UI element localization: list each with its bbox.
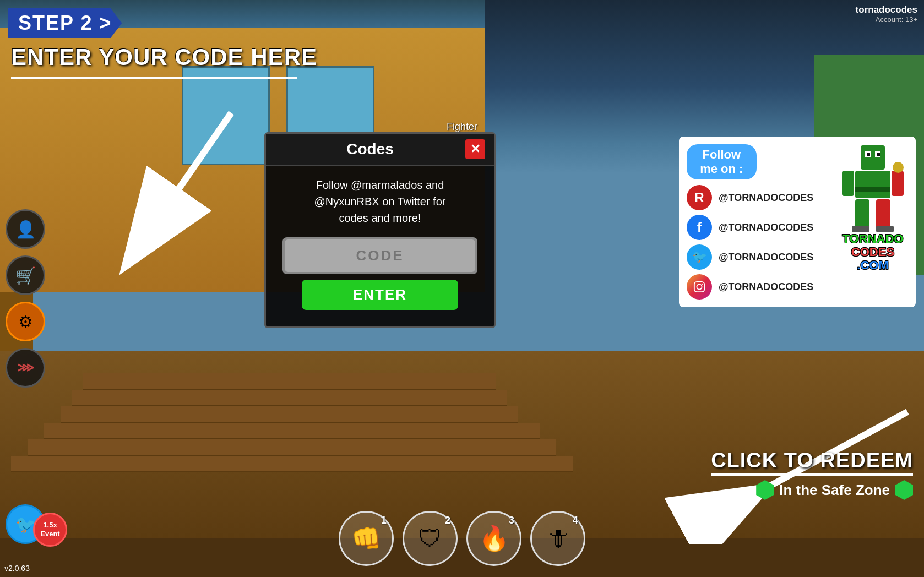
svg-point-3 bbox=[697, 284, 702, 289]
svg-rect-14 bbox=[855, 199, 869, 230]
twitter-icon: 🐦 bbox=[687, 244, 712, 270]
codes-dialog: Codes ✕ Follow @marmalados and@NyxunRBX … bbox=[264, 132, 496, 328]
slot-num-2: 2 bbox=[445, 515, 450, 526]
hotbar-slot-2[interactable]: 2 🛡 bbox=[403, 511, 458, 566]
slash-button[interactable]: ⋙ bbox=[6, 348, 45, 388]
svg-rect-5 bbox=[861, 145, 885, 170]
svg-rect-8 bbox=[867, 153, 870, 156]
shield-left-icon bbox=[756, 480, 774, 500]
tornado-logo-t3: .COM bbox=[843, 259, 904, 272]
twitter-icon: 🐦 bbox=[15, 515, 36, 534]
version-label: v2.0.63 bbox=[4, 564, 30, 573]
event-multiplier: 1.5x bbox=[43, 521, 57, 530]
roblox-icon: R bbox=[687, 185, 712, 210]
event-badge[interactable]: 1.5x Event bbox=[33, 513, 67, 547]
click-to-redeem-label: CLICK TO REDEEM bbox=[711, 449, 913, 472]
hotbar-slot-3[interactable]: 3 🔥 bbox=[466, 511, 521, 566]
svg-rect-9 bbox=[877, 153, 880, 156]
slot-icon-4: 🗡 bbox=[546, 525, 570, 552]
fighter-label: Fighter bbox=[447, 121, 477, 133]
step2-text: STEP 2 > bbox=[8, 8, 122, 38]
svg-rect-13 bbox=[892, 171, 904, 196]
slot-num-3: 3 bbox=[509, 515, 514, 526]
follow-row-twitter: 🐦 @TORNADOCODES bbox=[687, 244, 813, 270]
codes-title: Codes bbox=[275, 140, 465, 158]
slot-icon-2: 🛡 bbox=[418, 525, 442, 552]
slash-icon: ⋙ bbox=[17, 361, 34, 375]
cart-button[interactable]: 🛒 bbox=[6, 255, 45, 295]
window-left bbox=[182, 66, 270, 165]
tornado-logo-t1: TORNADO bbox=[843, 232, 904, 246]
enter-code-label: ENTER YOUR CODE HERE bbox=[11, 44, 317, 70]
enter-button[interactable]: ENTER bbox=[302, 280, 458, 310]
stair-6 bbox=[11, 456, 573, 472]
sidebar: 👤 🛒 ⚙ ⋙ bbox=[6, 209, 45, 388]
svg-rect-11 bbox=[855, 187, 890, 192]
codes-body: Follow @marmalados and@NyxunRBX on Twitt… bbox=[266, 166, 494, 315]
svg-rect-10 bbox=[855, 171, 890, 198]
tornado-logo-t2: CODES bbox=[843, 246, 904, 259]
follow-row-roblox: R @TORNADOCODES bbox=[687, 185, 813, 210]
player-button[interactable]: 👤 bbox=[6, 209, 45, 249]
player-icon: 👤 bbox=[15, 220, 36, 239]
roblox-handle: @TORNADOCODES bbox=[719, 192, 813, 204]
tornado-character bbox=[840, 144, 906, 232]
slot-num-4: 4 bbox=[573, 515, 578, 526]
slot-num-1: 1 bbox=[381, 515, 387, 526]
instagram-icon bbox=[687, 274, 712, 300]
slot-icon-3: 🔥 bbox=[479, 524, 509, 553]
svg-point-19 bbox=[894, 162, 899, 168]
stair-4 bbox=[44, 423, 540, 439]
svg-rect-15 bbox=[876, 199, 890, 230]
enter-code-underline bbox=[11, 77, 297, 79]
hotbar-slot-4[interactable]: 4 🗡 bbox=[530, 511, 585, 566]
twitter-handle: @TORNADOCODES bbox=[719, 252, 813, 263]
svg-rect-2 bbox=[694, 282, 704, 292]
codes-close-button[interactable]: ✕ bbox=[465, 139, 485, 159]
code-input-wrapper bbox=[282, 237, 477, 274]
follow-row-facebook: f @TORNADOCODES bbox=[687, 215, 813, 240]
cart-icon: 🛒 bbox=[15, 266, 36, 285]
follow-panel: Follow me on : R @TORNADOCODES f @TORNAD… bbox=[679, 137, 916, 307]
event-label: Event bbox=[40, 530, 59, 538]
gear-icon: ⚙ bbox=[18, 312, 33, 331]
codes-header: Codes ✕ bbox=[266, 134, 494, 166]
instagram-handle: @TORNADOCODES bbox=[719, 281, 813, 293]
shield-right-icon bbox=[895, 480, 913, 500]
follow-row-instagram: @TORNADOCODES bbox=[687, 274, 813, 300]
redeem-area: CLICK TO REDEEM In the Safe Zone bbox=[711, 449, 913, 500]
svg-rect-12 bbox=[842, 171, 854, 196]
code-input[interactable] bbox=[285, 239, 475, 272]
facebook-handle: @TORNADOCODES bbox=[719, 222, 813, 233]
codes-follow-text: Follow @marmalados and@NyxunRBX on Twitt… bbox=[282, 177, 477, 226]
stair-3 bbox=[61, 406, 518, 423]
stair-1 bbox=[83, 373, 496, 390]
stair-5 bbox=[28, 439, 556, 456]
hotbar: 1 👊 2 🛡 3 🔥 4 🗡 bbox=[339, 511, 585, 566]
username-area: tornadocodes Account: 13+ bbox=[856, 4, 917, 24]
step2-label: STEP 2 > bbox=[8, 8, 122, 38]
slot-icon-1: 👊 bbox=[351, 524, 382, 553]
hotbar-slot-1[interactable]: 1 👊 bbox=[339, 511, 394, 566]
redeem-underline bbox=[711, 473, 913, 476]
username-label: tornadocodes bbox=[856, 4, 917, 15]
gear-button[interactable]: ⚙ bbox=[6, 302, 45, 341]
stair-2 bbox=[72, 390, 507, 406]
account-label: Account: 13+ bbox=[856, 15, 917, 24]
safe-zone-label: In the Safe Zone bbox=[711, 480, 913, 500]
facebook-icon: f bbox=[687, 215, 712, 240]
svg-point-4 bbox=[702, 284, 703, 285]
follow-header-bar: Follow me on : bbox=[687, 144, 757, 179]
